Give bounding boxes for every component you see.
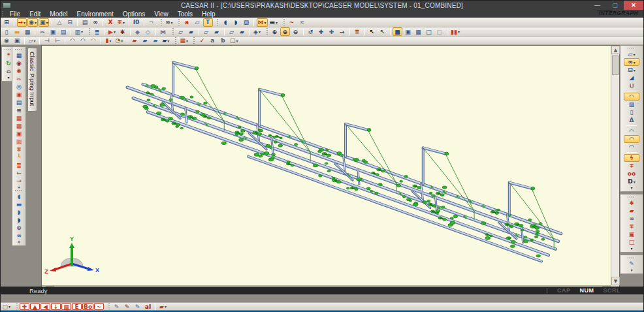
uniform-loads-icon[interactable]: ▦ bbox=[13, 114, 25, 122]
ellipsoid-node-icon[interactable]: ◉▾ bbox=[27, 18, 38, 27]
menu-item-edit[interactable]: Edit bbox=[25, 10, 45, 18]
scroll-up-button[interactable]: ▲ bbox=[611, 46, 620, 54]
bow-icon[interactable]: ⋈ bbox=[158, 27, 168, 36]
node-range-icon[interactable]: I0 bbox=[131, 18, 141, 27]
piping-3d-view[interactable]: YXZ bbox=[42, 46, 611, 285]
hanger-fly-icon[interactable]: ◠ bbox=[89, 37, 99, 45]
align-left-icon[interactable]: ⊣ bbox=[42, 37, 52, 45]
bend-aux-icon[interactable]: ◉ bbox=[13, 59, 25, 67]
node-left-icon[interactable]: ◖ bbox=[221, 18, 231, 27]
annotate-nodes-icon[interactable]: ⇈ bbox=[352, 27, 362, 36]
toolbar-expander[interactable]: ▾ bbox=[630, 268, 632, 272]
bowtie-valve-icon[interactable]: ⋈▾ bbox=[257, 18, 268, 27]
cad-export-icon[interactable]: ▰ bbox=[624, 207, 639, 215]
reducer-icon[interactable]: ◢ bbox=[624, 74, 639, 82]
zoom-out-icon[interactable]: ⊖ bbox=[291, 27, 300, 36]
option-box-icon-dropdown[interactable]: ▾ bbox=[236, 39, 238, 43]
close-button[interactable]: ✕ bbox=[624, 1, 643, 10]
save-icon[interactable]: ▦ bbox=[23, 27, 33, 36]
copy-icon[interactable]: ▣ bbox=[48, 27, 58, 36]
plot-screen-icon-dropdown[interactable]: ▾ bbox=[46, 20, 48, 25]
batch-run-icon[interactable]: ✱ bbox=[118, 27, 127, 36]
paste-icon[interactable]: ▤ bbox=[59, 27, 69, 36]
hanger-data-icon[interactable]: ∓ bbox=[13, 146, 25, 153]
temperature-icon[interactable]: ▮▾ bbox=[104, 37, 114, 45]
text-annotate-icon[interactable]: aI bbox=[143, 303, 153, 310]
search-icon-dropdown[interactable]: ▾ bbox=[171, 20, 173, 25]
error-check-icon-dropdown[interactable]: ▾ bbox=[114, 29, 116, 34]
restraint-blue-icon[interactable]: ▰ bbox=[140, 37, 150, 45]
option-a-icon[interactable]: a bbox=[208, 37, 217, 45]
render-translucent-icon[interactable]: ▢ bbox=[434, 27, 444, 36]
key-icon[interactable]: ¬ bbox=[146, 18, 156, 27]
print-icon-dropdown[interactable]: ▾ bbox=[81, 29, 83, 34]
insert-pump-icon[interactable]: ✚ bbox=[20, 303, 29, 310]
tray-icon[interactable]: ⊔ bbox=[624, 82, 639, 89]
pipe-straight-icon[interactable]: ▬ bbox=[13, 200, 25, 208]
menu-item-file[interactable]: File bbox=[5, 10, 25, 18]
vscroll-thumb[interactable] bbox=[612, 55, 619, 75]
ship-iso-icon[interactable]: ◠ bbox=[624, 143, 639, 151]
toolbar-expander[interactable]: ▾ bbox=[18, 185, 20, 189]
clamp-icon[interactable]: ▣ bbox=[624, 230, 639, 238]
dock-panel-icon[interactable]: ⊟ bbox=[65, 18, 74, 27]
render-hidden-icon[interactable]: ▦ bbox=[413, 27, 423, 36]
cut-icon[interactable]: ✂ bbox=[38, 27, 48, 36]
valve-tee-icon[interactable]: ∓ bbox=[624, 223, 639, 230]
node-pair-icon[interactable]: oo bbox=[624, 170, 639, 178]
toolbar-expander[interactable]: ▾ bbox=[630, 185, 632, 190]
find-node-icon[interactable]: ∞ bbox=[90, 18, 100, 27]
measure-pen-2-icon[interactable]: ✎ bbox=[122, 303, 132, 310]
color-legend-icon-dropdown[interactable]: ▾ bbox=[458, 29, 460, 34]
delta-check-icon[interactable]: Δ bbox=[624, 116, 639, 124]
toolbar-expander[interactable]: ▾ bbox=[18, 240, 20, 244]
compass-view-icon-dropdown[interactable]: ▾ bbox=[259, 29, 261, 34]
open-folder-icon[interactable]: ▬ bbox=[12, 27, 22, 36]
pipe-bend-left-icon[interactable]: ◖ bbox=[13, 193, 25, 200]
pipe-valve-icon[interactable]: ⊕ bbox=[13, 224, 25, 232]
hanger-profile-icon[interactable]: ▬▾ bbox=[268, 18, 280, 27]
front-view-icon[interactable]: ▱ bbox=[227, 27, 236, 36]
input-list-icon[interactable]: ≣ bbox=[92, 27, 102, 36]
allowables-icon[interactable]: ▥ bbox=[13, 138, 25, 146]
compass-view-icon[interactable]: ◈▾ bbox=[252, 27, 262, 36]
d-tool-icon[interactable]: D▾ bbox=[624, 178, 639, 185]
pipe-element-icon[interactable]: ▱▾ bbox=[624, 50, 639, 58]
wind-wave-icon[interactable]: ▦ bbox=[13, 122, 25, 130]
stress-wave-icon[interactable]: ~ bbox=[287, 18, 297, 27]
toolbar-expander[interactable]: ▾ bbox=[7, 75, 9, 80]
restraint-cyan-icon[interactable]: ▰ bbox=[150, 37, 160, 45]
pipe-reducer-icon[interactable]: ◗ bbox=[13, 216, 25, 224]
dynamic-input-icon[interactable]: ϟ bbox=[624, 154, 639, 162]
insert-bo-icon[interactable]: Bo bbox=[82, 303, 93, 310]
hanger-profile-icon-dropdown[interactable]: ▾ bbox=[276, 20, 278, 25]
wind-load-icon[interactable]: ◇ bbox=[143, 27, 153, 36]
box-3d-icon[interactable]: ▱ bbox=[193, 18, 202, 27]
flag-icon[interactable]: ▰▾ bbox=[158, 303, 168, 310]
iso-view-nw-icon[interactable]: ▰ bbox=[212, 27, 221, 36]
ship-front-icon[interactable]: ◠ bbox=[624, 127, 639, 135]
render-photo-icon[interactable]: ▨ bbox=[624, 101, 639, 108]
walkthrough-icon[interactable]: → bbox=[337, 27, 347, 36]
new-window-icon[interactable]: ▱▾ bbox=[27, 37, 37, 45]
pressure-gauge-icon[interactable]: ◔▾ bbox=[114, 37, 125, 45]
option-b-icon[interactable]: b bbox=[218, 37, 228, 45]
hanger-drive-icon[interactable]: ◠ bbox=[78, 37, 88, 45]
scroll-down-button[interactable]: ▼ bbox=[611, 277, 620, 285]
clipboard-icon[interactable]: ▤ bbox=[80, 18, 89, 27]
toolbar-expander[interactable]: ▾ bbox=[630, 246, 632, 251]
tee-restraint-icon[interactable]: ∓▾ bbox=[116, 18, 126, 27]
d-tool-icon-dropdown[interactable]: ▾ bbox=[634, 179, 636, 184]
nozzle-icon[interactable]: └ bbox=[13, 153, 25, 161]
print-icon[interactable]: ▥▾ bbox=[74, 27, 85, 36]
minimize-button[interactable]: — bbox=[588, 1, 606, 10]
render-wireframe-icon[interactable]: □ bbox=[424, 27, 434, 36]
insert-a-icon[interactable]: a bbox=[182, 18, 192, 27]
frame-icon[interactable]: □ bbox=[624, 238, 639, 246]
tee-restraint-icon-dropdown[interactable]: ▾ bbox=[123, 20, 125, 25]
pipe-element-icon-dropdown[interactable]: ▾ bbox=[633, 52, 635, 57]
pipe-bend-right-icon[interactable]: ◗ bbox=[13, 208, 25, 216]
zoom-dynamic-icon[interactable]: ⊕ bbox=[280, 27, 290, 36]
temperature-icon-dropdown[interactable]: ▾ bbox=[109, 39, 111, 43]
model-canvas[interactable]: YXZ ▲ ▼ ◀ ▶ bbox=[41, 45, 620, 294]
